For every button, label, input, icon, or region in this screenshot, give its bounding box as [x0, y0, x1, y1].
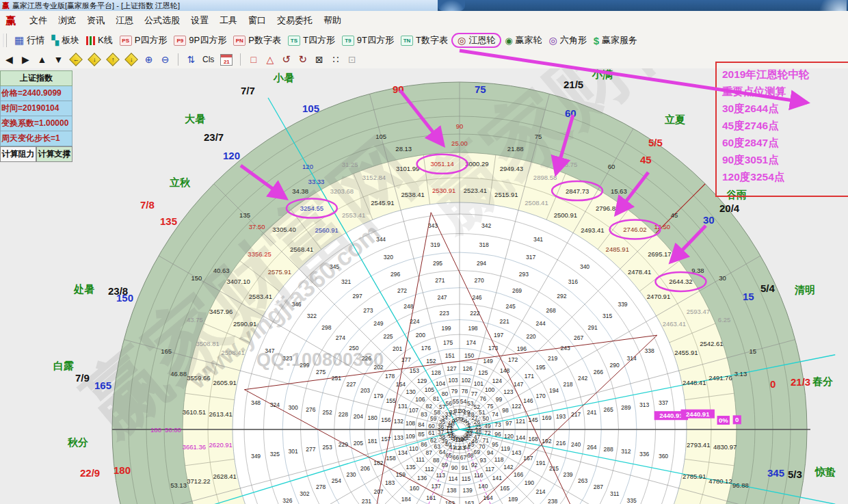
svg-text:277: 277: [306, 446, 315, 453]
t-square-label: T四方形: [303, 34, 335, 47]
svg-text:220: 220: [526, 333, 535, 340]
toolbar-sectors-button[interactable]: ▚板块: [48, 33, 83, 48]
wheel-outside-label: 小暑: [273, 72, 294, 83]
t-adjust-icon[interactable]: ⇅: [186, 54, 196, 65]
wheel-outside-label: 秋分: [67, 436, 88, 448]
svg-text:120: 120: [504, 433, 514, 440]
svg-text:153: 153: [410, 367, 419, 374]
toolbar-p-number-table-button[interactable]: PNP数字表: [230, 33, 284, 48]
svg-text:248: 248: [403, 303, 413, 310]
svg-text:222: 222: [470, 310, 479, 317]
svg-text:253: 253: [323, 444, 332, 451]
svg-text:2793.41: 2793.41: [687, 441, 710, 449]
calc-resistance-button[interactable]: 计算阻力: [0, 146, 36, 162]
svg-text:317: 317: [526, 254, 535, 261]
pan-up-diamond-icon[interactable]: ↑: [106, 53, 120, 66]
svg-text:265: 265: [604, 406, 613, 413]
menu-浏览[interactable]: 浏览: [53, 12, 81, 29]
toolbar-9t-square-button[interactable]: T99T四方形: [339, 33, 397, 48]
up-icon[interactable]: ▲: [37, 54, 47, 65]
pan-down2-diamond-icon[interactable]: ↓: [124, 53, 138, 66]
menu-文件[interactable]: 文件: [24, 12, 53, 29]
svg-text:229: 229: [339, 441, 348, 448]
svg-text:138: 138: [447, 487, 456, 494]
svg-text:320: 320: [384, 254, 393, 261]
svg-text:273: 273: [363, 307, 373, 314]
svg-text:263: 263: [578, 477, 587, 484]
svg-text:144: 144: [516, 434, 525, 441]
toolbar-separator: [240, 53, 241, 66]
wheel-outside-label: 7/9: [75, 372, 90, 384]
svg-text:319: 319: [430, 241, 440, 248]
svg-text:175: 175: [443, 339, 453, 346]
svg-text:6: 6: [460, 416, 463, 423]
pin-icon[interactable]: ⊡: [347, 54, 357, 65]
prev-icon[interactable]: ◀: [4, 54, 14, 65]
svg-text:84: 84: [418, 421, 425, 428]
p-number-table-icon: PN: [233, 36, 246, 46]
svg-text:97: 97: [505, 420, 512, 427]
svg-text:60: 60: [428, 423, 435, 429]
toolbar-hexagon-button[interactable]: ◎六角形: [546, 33, 590, 48]
move-icon[interactable]: ∷: [330, 54, 341, 65]
zoom-out-icon[interactable]: ⊖: [160, 54, 170, 65]
menu-资讯[interactable]: 资讯: [81, 12, 110, 29]
wheel-outside-label: 120: [223, 150, 240, 161]
gann-wheel-chart[interactable]: 1234567891011121314151617181920212223242…: [0, 68, 848, 504]
svg-text:108: 108: [406, 420, 415, 427]
winner-service-icon: $: [594, 35, 599, 47]
main-toolbar: ▦行情▚板块K线PSP四方形P99P四方形PNP数字表TST四方形T99T四方形…: [0, 30, 848, 51]
calendar-icon[interactable]: 21: [220, 54, 233, 66]
delete-box-icon[interactable]: ⊠: [314, 54, 324, 65]
toolbar-t-square-button[interactable]: TST四方形: [284, 33, 339, 48]
svg-text:18.75: 18.75: [561, 161, 577, 168]
toolbar-quotes-button[interactable]: ▦行情: [11, 33, 48, 48]
pan-left-diamond-icon[interactable]: ←: [69, 53, 83, 66]
menu-窗口[interactable]: 窗口: [243, 12, 271, 29]
rect-tool-icon[interactable]: □: [248, 54, 259, 65]
svg-text:291: 291: [588, 324, 598, 331]
menu-江恩[interactable]: 江恩: [110, 12, 139, 29]
toolbar-gann-wheel-button[interactable]: ◎江恩轮: [451, 33, 501, 48]
svg-text:125: 125: [478, 369, 488, 376]
svg-text:287: 287: [594, 483, 603, 490]
next-icon[interactable]: ▶: [21, 54, 31, 65]
toolbar-winner-service-button[interactable]: $赢家服务: [590, 33, 641, 48]
svg-text:228: 228: [339, 411, 348, 418]
svg-text:2593.47: 2593.47: [687, 308, 710, 315]
rotate-ccw-icon[interactable]: ↺: [281, 53, 291, 66]
toolbar-9p-square-button[interactable]: P99P四方形: [170, 33, 230, 48]
menu-工具[interactable]: 工具: [214, 12, 243, 29]
menu-设置[interactable]: 设置: [185, 12, 214, 29]
cls-button[interactable]: Cls: [202, 55, 214, 64]
svg-text:191: 191: [536, 460, 546, 466]
svg-text:321: 321: [341, 278, 351, 285]
toolbar-t-number-table-button[interactable]: TNT数字表: [397, 33, 451, 48]
calc-support-button[interactable]: 计算支撑: [36, 146, 72, 162]
zoom-in-icon[interactable]: ⊕: [144, 54, 154, 65]
svg-text:2448.41: 2448.41: [683, 379, 706, 386]
kline-icon: [86, 36, 95, 45]
svg-text:119: 119: [501, 445, 510, 452]
svg-text:2644.32: 2644.32: [669, 278, 692, 285]
down-icon[interactable]: ▼: [53, 54, 64, 65]
pan-down-diamond-icon[interactable]: ↓: [88, 53, 101, 66]
svg-text:184: 184: [401, 496, 411, 503]
svg-text:112: 112: [425, 466, 434, 473]
svg-text:95: 95: [492, 441, 499, 448]
svg-text:151: 151: [445, 352, 455, 359]
triangle-tool-icon[interactable]: △: [265, 54, 275, 65]
toolbar-p-square-button[interactable]: PSP四方形: [116, 33, 171, 48]
menu-交易委托[interactable]: 交易委托: [271, 12, 318, 29]
toolbar-kline-button[interactable]: K线: [83, 33, 116, 48]
menu-公式选股[interactable]: 公式选股: [139, 12, 185, 29]
svg-text:142: 142: [503, 464, 513, 470]
svg-text:109: 109: [406, 433, 415, 440]
svg-text:289: 289: [621, 404, 631, 411]
rotate-cw-icon[interactable]: ↻: [297, 53, 308, 66]
svg-text:72: 72: [484, 429, 491, 436]
svg-text:181: 181: [368, 438, 377, 445]
svg-text:214: 214: [535, 488, 545, 495]
menu-帮助[interactable]: 帮助: [318, 12, 347, 29]
toolbar-winner-wheel-button[interactable]: ◉赢家轮: [501, 33, 545, 48]
